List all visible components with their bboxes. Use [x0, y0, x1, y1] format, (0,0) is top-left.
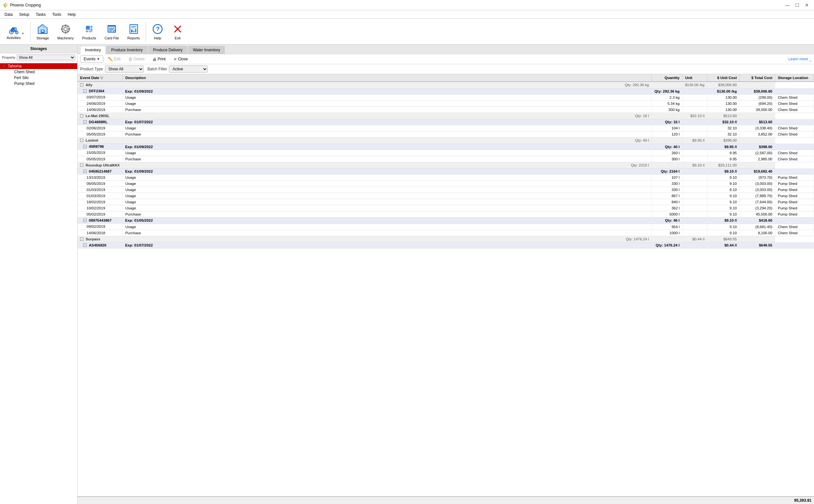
storage-icon [37, 23, 48, 35]
machinery-button[interactable]: Machinery [54, 22, 78, 41]
cardfile-button[interactable]: Card File [101, 22, 123, 41]
svg-rect-4 [11, 29, 16, 32]
activities-button[interactable]: Activities ▼ [3, 22, 28, 41]
tree-toggle-pump-shed: ▶ [9, 82, 13, 86]
collapse-dff2364-icon[interactable]: − [83, 89, 86, 93]
svg-rect-13 [43, 30, 44, 32]
tree-label-fert-silo: Fert Silo [14, 76, 29, 80]
help-button[interactable]: ? Help [148, 22, 167, 41]
collapse-surpass-icon[interactable]: − [80, 237, 83, 241]
menu-help[interactable]: Help [64, 12, 79, 17]
group-totalcost-ally: $38,006.80 [707, 82, 740, 88]
batch-filter-group: Batch Filter Active [147, 66, 208, 73]
col-header-storage-location[interactable]: Storage Location [775, 74, 814, 82]
svg-rect-12 [42, 30, 43, 32]
app-icon: 🌾 [3, 3, 8, 8]
toolbar: Activities ▼ Storage [0, 19, 814, 45]
collapse-dg4689rl-icon[interactable]: − [83, 120, 86, 124]
svg-point-3 [16, 32, 17, 33]
collapse-ally-icon[interactable]: − [80, 83, 83, 86]
collapse-as456826-icon[interactable]: − [83, 244, 86, 247]
col-header-unit-cost[interactable]: $ Unit Cost [707, 74, 740, 82]
activities-label: Activities [7, 36, 21, 40]
group-row-roundup: − Roundup UltraMAX Qty: 2210 l $9.10 /l … [77, 162, 814, 168]
delete-button[interactable]: 🗑 Delete [125, 56, 148, 63]
tree-toggle-chem-shed: ▶ [9, 70, 13, 74]
menu-setup[interactable]: Setup [16, 12, 32, 17]
group-qty-ally: Qty: 292.36 kg [122, 82, 652, 88]
main-layout: Storages Property Show All ▼ Tahoma ▶ Ch… [0, 45, 814, 504]
svg-rect-26 [90, 26, 92, 28]
reports-button[interactable]: Reports [123, 22, 144, 41]
menu-tasks[interactable]: Tasks [33, 12, 49, 17]
tab-inventory[interactable]: Inventory [80, 46, 106, 54]
action-bar: Events ▼ ✏️ Edit 🗑 Delete 🖨 Print [77, 54, 814, 64]
batch-row-as456826: − AS456826 Exp: 01/07/2022 Qty: 1476.24 … [77, 242, 814, 248]
col-header-event-date[interactable]: Event Date ▽ [77, 74, 122, 82]
product-type-select[interactable]: Show All [105, 66, 144, 73]
events-button[interactable]: Events ▼ [80, 55, 103, 63]
table-row: 10/02/2019 Usage 362 l 9.10 (3,294.20) P… [77, 205, 814, 211]
print-button[interactable]: 🖨 Print [149, 56, 169, 63]
toolbar-divider-2 [146, 22, 146, 41]
tab-water-inventory[interactable]: Water Inventory [188, 46, 225, 54]
col-header-quantity[interactable]: Quantity [652, 74, 682, 82]
storage-button[interactable]: Storage [33, 22, 53, 41]
tab-produce-inventory[interactable]: Produce Inventory [106, 46, 147, 54]
sidebar-item-tahoma[interactable]: ▼ Tahoma [0, 63, 77, 69]
svg-rect-31 [108, 25, 116, 26]
sort-indicator: ▽ [100, 76, 103, 80]
tree-label-chem-shed: Chem Shed [14, 70, 35, 74]
sidebar-item-fert-silo[interactable]: ▶ Fert Silo [0, 75, 77, 81]
tree-toggle-tahoma[interactable]: ▼ [3, 65, 6, 68]
group-row-lontrel: − Lontrel Qty: 40 l $9.95 /l $398.00 [77, 137, 814, 144]
col-header-unit[interactable]: Unit [682, 74, 707, 82]
table-header-row: Event Date ▽ Description Quantity Unit $… [77, 74, 814, 82]
close-label: Close [178, 57, 188, 61]
collapse-roundup-icon[interactable]: − [80, 164, 83, 167]
collapse-45r8796-icon[interactable]: − [83, 145, 86, 148]
col-header-description[interactable]: Description [122, 74, 652, 82]
menu-tools[interactable]: Tools [49, 12, 64, 17]
svg-text:?: ? [156, 26, 159, 32]
events-dropdown-icon: ▼ [97, 57, 100, 61]
exit-button[interactable]: Exit [168, 22, 187, 41]
delete-label: Delete [133, 57, 145, 61]
title-bar-controls: — ☐ ✕ [783, 2, 811, 9]
edit-icon: ✏️ [108, 57, 113, 62]
maximize-button[interactable]: ☐ [793, 2, 802, 9]
tree-label-pump-shed: Pump Shed [14, 81, 35, 86]
tab-produce-delivery[interactable]: Produce Delivery [148, 46, 187, 54]
property-filter-label: Property [2, 55, 15, 59]
svg-rect-27 [90, 28, 92, 30]
table-row: 06/05/2019 Usage 330 l 9.10 (3,003.00) P… [77, 181, 814, 187]
sidebar-item-pump-shed[interactable]: ▶ Pump Shed [0, 81, 77, 86]
property-filter-select[interactable]: Show All [17, 55, 75, 60]
exit-icon [172, 23, 183, 35]
close-button[interactable]: ✕ Close [170, 56, 191, 63]
app-title: Phoenix Cropping [10, 3, 41, 7]
svg-rect-28 [86, 30, 88, 32]
col-header-total-cost[interactable]: $ Total Cost [740, 74, 775, 82]
collapse-08975443867-icon[interactable]: − [83, 219, 86, 222]
table-row: 05/05/2019 Purchase 120 l 32.10 3,852.00… [77, 131, 814, 137]
collapse-lontrel-icon[interactable]: − [80, 139, 83, 142]
edit-button[interactable]: ✏️ Edit [105, 56, 124, 63]
footer-total: 95,393.91 [794, 498, 811, 503]
menu-data[interactable]: Data [1, 12, 16, 17]
sidebar-item-chem-shed[interactable]: ▶ Chem Shed [0, 69, 77, 75]
group-product-ally: − Ally [77, 82, 122, 88]
batch-row-dg4689rl: − DG4689RL Exp: 01/07/2022 Qty: 16 l $32… [77, 119, 814, 125]
close-window-button[interactable]: ✕ [802, 2, 811, 9]
collapse-04595214687-icon[interactable]: − [83, 170, 86, 173]
collapse-lemat-icon[interactable]: − [80, 114, 83, 117]
batch-row-08975443867: − 08975443867 Exp: 01/05/2022 Qty: 46 l … [77, 217, 814, 224]
products-button[interactable]: Products [78, 22, 100, 41]
print-label: Print [158, 57, 166, 61]
minimize-button[interactable]: — [783, 2, 792, 9]
title-bar-left: 🌾 Phoenix Cropping [3, 3, 41, 8]
learn-more-link[interactable]: Learn more _ [789, 57, 811, 61]
svg-rect-41 [131, 30, 132, 32]
inventory-table: Event Date ▽ Description Quantity Unit $… [77, 74, 814, 248]
batch-filter-select[interactable]: Active [169, 66, 208, 73]
